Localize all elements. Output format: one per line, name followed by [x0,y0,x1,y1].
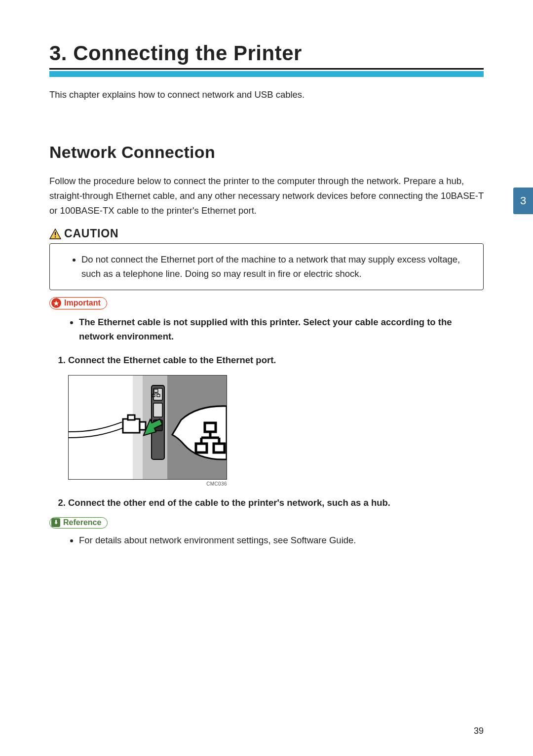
section-title: Network Connection [49,143,484,162]
important-tag-text: Important [64,299,101,307]
reference-icon: ⬇ [51,518,60,527]
warning-triangle-icon [49,228,61,240]
steps-list-continued: Connect the other end of the cable to th… [49,495,484,510]
steps-list: Connect the Ethernet cable to the Ethern… [49,353,484,368]
reference-item: For details about network environment se… [79,533,484,548]
svg-rect-14 [123,419,140,433]
chapter-tab: 3 [513,188,533,214]
step-2: Connect the other end of the cable to th… [68,495,484,510]
important-item: The Ethernet cable is not supplied with … [79,315,484,343]
reference-tag-text: Reference [63,518,101,527]
important-tag: ★ Important [49,297,107,309]
figure-caption: CMC036 [68,481,227,487]
chapter-title: 3. Connecting the Printer [49,41,484,65]
figure-wrap: CMC036 [68,375,484,487]
caution-item: Do not connect the Ethernet port of the … [81,253,472,281]
section-intro: Follow the procedure below to connect th… [49,174,484,218]
star-icon: ★ [51,298,61,308]
reference-tag: ⬇ Reference [49,517,108,529]
page: 3. Connecting the Printer This chapter e… [0,0,533,756]
step-1: Connect the Ethernet cable to the Ethern… [68,353,484,368]
ethernet-connection-illustration [68,375,227,480]
svg-rect-15 [140,422,146,430]
caution-text: CAUTION [64,227,118,240]
title-underline [49,68,484,70]
chapter-intro: This chapter explains how to connect net… [49,88,484,102]
accent-bar [49,71,484,77]
svg-rect-16 [128,415,135,420]
caution-label: CAUTION [49,227,484,240]
svg-rect-1 [55,232,56,235]
page-number: 39 [474,726,484,736]
caution-box: Do not connect the Ethernet port of the … [49,243,484,290]
svg-rect-9 [153,403,162,417]
svg-rect-2 [55,236,56,237]
